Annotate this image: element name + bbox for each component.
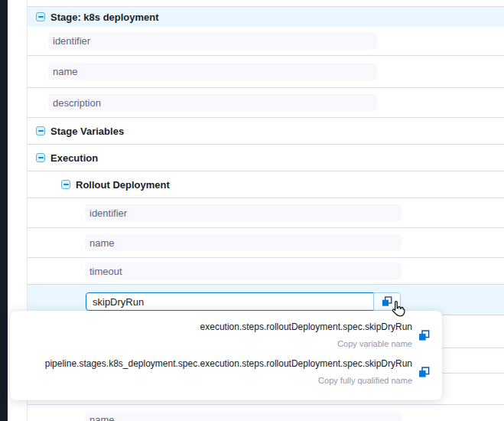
stage-header-row[interactable]: Stage: k8s deployment: [28, 6, 504, 27]
copy-variable-popover: execution.steps.rolloutDeployment.spec.s…: [10, 311, 442, 400]
copy-fqn-text: pipeline.stages.k8s_deployment.spec.exec…: [22, 357, 412, 387]
execution-section-row[interactable]: Execution: [28, 145, 504, 171]
stage-identifier-field[interactable]: identifier: [48, 33, 377, 50]
variable-name-value: execution.steps.rolloutDeployment.spec.s…: [22, 321, 412, 334]
next-name-label: name: [89, 414, 115, 421]
collapse-minus-icon[interactable]: [61, 180, 70, 189]
stage-header-label: Stage: k8s deployment: [50, 11, 159, 23]
step-name-label: name: [89, 237, 115, 249]
stage-name-field[interactable]: name: [48, 64, 377, 80]
copy-icon[interactable]: [418, 330, 430, 341]
step-identifier-row: identifier: [28, 198, 504, 228]
execution-label: Execution: [50, 152, 98, 164]
fully-qualified-name-value: pipeline.stages.k8s_deployment.spec.exec…: [22, 357, 412, 370]
copy-variable-name-caption: Copy variable name: [22, 338, 412, 350]
skipdryrun-input-group: [86, 292, 401, 311]
stage-identifier-label: identifier: [53, 35, 90, 47]
step-identifier-field[interactable]: identifier: [85, 204, 402, 221]
copy-fully-qualified-name-item[interactable]: pipeline.stages.k8s_deployment.spec.exec…: [22, 357, 430, 387]
skipdryrun-input[interactable]: [86, 292, 374, 311]
stage-name-label: name: [53, 66, 78, 77]
step-timeout-row: timeout: [28, 258, 504, 285]
top-gap: [28, 0, 504, 6]
copy-variable-name-item[interactable]: execution.steps.rolloutDeployment.spec.s…: [22, 321, 430, 350]
rollout-deployment-row[interactable]: Rollout Deployment: [28, 171, 504, 198]
stage-description-field[interactable]: description: [48, 94, 377, 111]
stage-description-row: description: [28, 88, 504, 118]
stage-name-row: name: [28, 56, 504, 88]
step-name-field[interactable]: name: [85, 234, 402, 251]
stage-identifier-row: identifier: [28, 27, 504, 56]
next-name-field[interactable]: name: [85, 411, 402, 421]
rollout-deployment-label: Rollout Deployment: [76, 179, 170, 191]
step-identifier-label: identifier: [89, 207, 127, 219]
copy-icon: [382, 296, 392, 307]
left-dark-rail: [0, 0, 8, 421]
stage-variables-section-row[interactable]: Stage Variables: [28, 118, 504, 145]
copy-icon[interactable]: [418, 367, 430, 378]
stage-description-label: description: [53, 97, 101, 109]
step-name-row: name: [28, 228, 504, 258]
variables-drawer: Stage: k8s deployment identifier name de…: [0, 0, 504, 421]
next-name-row: name: [28, 405, 504, 421]
collapse-minus-icon[interactable]: [36, 126, 45, 135]
stage-variables-label: Stage Variables: [50, 126, 124, 137]
collapse-minus-icon[interactable]: [36, 12, 45, 21]
copy-button[interactable]: [373, 292, 401, 311]
copy-variable-name-text: execution.steps.rolloutDeployment.spec.s…: [22, 321, 412, 350]
copy-fqn-caption: Copy fully qualified name: [22, 375, 412, 387]
step-timeout-label: timeout: [89, 266, 122, 277]
collapse-minus-icon[interactable]: [36, 153, 45, 162]
step-timeout-field[interactable]: timeout: [85, 263, 402, 279]
